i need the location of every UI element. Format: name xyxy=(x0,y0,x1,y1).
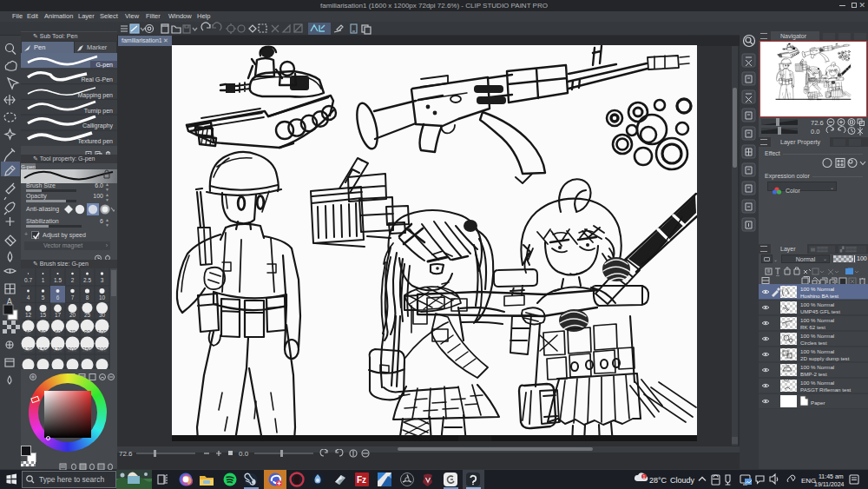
svg-text:100 % Normal: 100 % Normal xyxy=(800,348,834,354)
svg-text:Fz: Fz xyxy=(357,475,366,485)
svg-text:0.7: 0.7 xyxy=(24,277,32,283)
svg-text:PASGT Rifleman test: PASGT Rifleman test xyxy=(800,387,852,393)
svg-text:70: 70 xyxy=(69,329,76,335)
svg-text:Turnip pen: Turnip pen xyxy=(84,108,113,115)
svg-text:100 % Normal: 100 % Normal xyxy=(800,333,834,339)
svg-text:72.6: 72.6 xyxy=(811,119,824,127)
svg-text:Color: Color xyxy=(786,188,800,194)
svg-text:100 % Normal: 100 % Normal xyxy=(800,286,834,292)
svg-text:2: 2 xyxy=(71,277,75,283)
svg-text:300: 300 xyxy=(97,347,107,353)
svg-text:100 % Normal: 100 % Normal xyxy=(800,301,834,307)
svg-text:50: 50 xyxy=(40,329,47,335)
svg-text:BMP-2 test: BMP-2 test xyxy=(800,371,827,377)
svg-text:RK 62 test: RK 62 test xyxy=(800,324,825,330)
svg-text:100: 100 xyxy=(97,329,107,335)
svg-text:15: 15 xyxy=(40,312,47,318)
svg-text:250: 250 xyxy=(82,347,92,353)
svg-text:Paper: Paper xyxy=(811,400,825,406)
svg-text:11:45 am: 11:45 am xyxy=(819,473,844,479)
svg-text:30: 30 xyxy=(99,312,106,318)
svg-text:Textured pen: Textured pen xyxy=(78,138,114,145)
svg-text:100 % Normal: 100 % Normal xyxy=(800,364,834,370)
svg-text:200: 200 xyxy=(68,347,77,353)
svg-text:150: 150 xyxy=(38,347,48,353)
svg-text:Real G-Pen: Real G-Pen xyxy=(81,76,113,83)
svg-text:60: 60 xyxy=(55,329,62,335)
svg-text:80: 80 xyxy=(84,329,91,335)
svg-text:Circles test: Circles test xyxy=(800,340,827,346)
svg-text:20: 20 xyxy=(69,312,76,318)
svg-text:120: 120 xyxy=(23,347,33,353)
svg-text:Cloudy: Cloudy xyxy=(670,476,695,485)
svg-text:0.0: 0.0 xyxy=(811,128,819,135)
svg-text:Calligraphy: Calligraphy xyxy=(82,122,114,129)
svg-text:170: 170 xyxy=(53,347,62,353)
svg-text:Mapping pen: Mapping pen xyxy=(78,92,114,99)
svg-text:2.5: 2.5 xyxy=(83,277,91,283)
svg-text:G-pen: G-pen xyxy=(96,62,114,69)
svg-text:28°C: 28°C xyxy=(649,476,667,485)
svg-text:1.5: 1.5 xyxy=(54,277,62,283)
svg-text:3: 3 xyxy=(101,277,104,283)
svg-text:UMP45 GFL test: UMP45 GFL test xyxy=(800,308,840,314)
svg-text:6: 6 xyxy=(56,294,60,301)
svg-text:Type here to search: Type here to search xyxy=(39,475,104,484)
svg-text:7: 7 xyxy=(71,294,75,301)
svg-text:5: 5 xyxy=(42,294,45,301)
svg-text:10: 10 xyxy=(99,294,106,301)
svg-text:8: 8 xyxy=(86,294,89,301)
svg-text:100 % Normal: 100 % Normal xyxy=(800,380,834,386)
svg-text:19/11/2024: 19/11/2024 xyxy=(814,481,845,487)
svg-text:100 % Normal: 100 % Normal xyxy=(800,317,834,323)
svg-text:40: 40 xyxy=(25,329,32,335)
svg-text:12: 12 xyxy=(25,312,32,318)
svg-text:25: 25 xyxy=(84,312,91,318)
svg-text:17: 17 xyxy=(55,312,62,318)
svg-text:4: 4 xyxy=(27,294,30,301)
svg-text:1: 1 xyxy=(42,277,45,283)
svg-text:72.6: 72.6 xyxy=(119,450,133,458)
svg-text:2D supply dump test: 2D supply dump test xyxy=(800,355,850,361)
svg-text:Hoshino BA test: Hoshino BA test xyxy=(800,293,838,299)
svg-text:0.0: 0.0 xyxy=(239,450,249,458)
